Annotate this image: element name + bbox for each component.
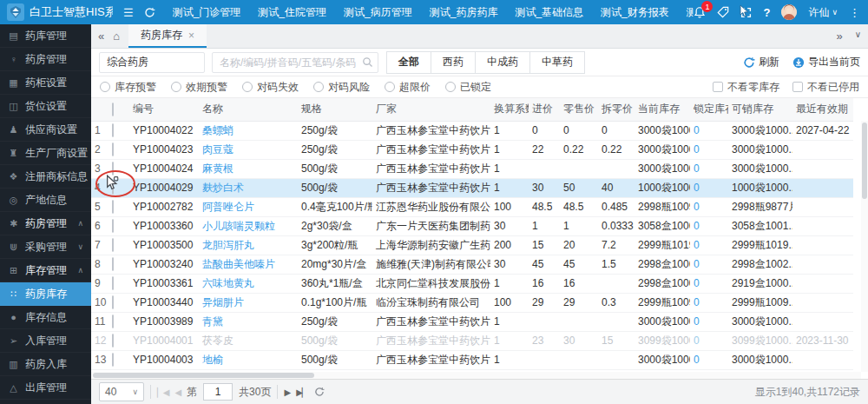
filter-checkbox[interactable]: 不看零库存 [713,80,779,95]
cell-name[interactable]: 麸炒白术 [199,178,298,197]
table-row[interactable]: 1YP10004022桑螵蛸250g/袋广西玉林参宝堂中药饮片有...10003… [91,121,853,140]
table-row[interactable]: 4YP10004029麸炒白术500g/袋广西玉林参宝堂中药饮片有...1305… [91,178,853,197]
topbar-module-tab[interactable]: 测试_基础信息 [515,5,583,20]
sidebar-item[interactable]: ⋓采购管理∨ [0,235,91,259]
column-header[interactable]: 进价 [529,98,560,121]
filter-radio[interactable]: 库存预警 [100,80,156,95]
table-row[interactable]: 5YP10002782阿普唑仑片0.4毫克100片/瓶江苏恩华药业股份有限公司1… [91,197,853,216]
column-header[interactable]: 可销库存 [728,98,792,121]
cell-locked-stock[interactable]: 0 [690,331,728,350]
row-checkbox[interactable] [112,162,114,176]
cell-name[interactable]: 青黛 [199,312,298,331]
row-checkbox[interactable] [112,295,114,309]
page-size-select[interactable]: 40 ∨ [99,382,144,401]
search-input[interactable] [212,52,378,73]
page-number-input[interactable] [203,383,233,401]
horizontal-scrollbar[interactable] [91,372,861,379]
row-checkbox[interactable] [112,219,114,233]
filter-radio[interactable]: 对码风险 [313,80,370,95]
select-all-checkbox[interactable] [112,103,114,116]
row-checkbox[interactable] [112,276,114,290]
cell-name[interactable]: 龙胆泻肝丸 [199,235,298,255]
cell-name[interactable]: 桑螵蛸 [199,121,298,140]
cell-name[interactable]: 六味地黄丸 [199,274,298,293]
row-checkbox[interactable] [112,181,114,195]
cell-name[interactable]: 地榆 [199,350,298,369]
cell-locked-stock[interactable]: 0 [690,197,728,216]
magnifier-icon[interactable] [362,56,373,70]
cell-locked-stock[interactable]: 0 [690,178,728,197]
cell-locked-stock[interactable]: 0 [690,121,728,140]
row-checkbox[interactable] [112,334,114,348]
page-last-button[interactable]: ▶▏ [296,387,307,397]
reload-icon[interactable] [314,387,325,397]
row-checkbox[interactable] [112,257,114,271]
sidebar-item[interactable]: ✱药房管理∧ [0,212,91,235]
table-row[interactable]: 10YP10003440异烟肼片0.1g*100片/瓶临汾宝珠制药有限公司100… [91,293,853,312]
sidebar-item[interactable]: ▥药房入库 [0,353,91,376]
export-page-button[interactable]: 导出当前页 [792,55,860,70]
pharmacy-select[interactable]: 综合药房 [99,52,205,73]
cell-locked-stock[interactable]: 0 [690,350,728,369]
chevrons-left-icon[interactable]: « [98,30,104,43]
column-header[interactable]: 编号 [129,98,199,121]
sidebar-item[interactable]: ▤药库管理 [0,24,91,48]
table-row[interactable]: 11YP10003989青黛250g/袋广西玉林参宝堂中药饮片有...13000… [91,312,853,331]
sidebar-item[interactable]: ∷药房库存 [0,282,91,306]
topbar-module-tab[interactable]: 测试_财务报表 [601,5,669,20]
cell-name[interactable]: 麻黄根 [199,159,298,178]
cell-name[interactable]: 盐酸曲美他嗪片 [199,255,298,274]
table-row[interactable]: 9YP10003361六味地黄丸360丸*1瓶/盒北京同仁堂科技发展股份有...… [91,274,853,293]
refresh-button[interactable]: 刷新 [743,55,779,70]
hamburger-icon[interactable]: ☰ [123,6,134,19]
sidebar-item[interactable]: ⊞库存管理∧ [0,259,91,282]
sidebar-item[interactable]: ◫货位设置 [0,95,91,118]
cell-name[interactable]: 异烟肼片 [199,293,298,312]
filter-radio[interactable]: 超限价 [385,80,431,95]
row-checkbox[interactable] [112,238,114,252]
help-icon[interactable]: ? [763,6,770,19]
cell-locked-stock[interactable]: 0 [690,293,728,312]
column-header[interactable]: 最近有效期 [792,98,853,121]
topbar-module-tab[interactable]: 测试_物资管理 [687,5,694,20]
cell-locked-stock[interactable]: 0 [690,140,728,159]
column-header[interactable]: 拆零价 [598,98,635,121]
cell-locked-stock[interactable]: 0 [690,274,728,293]
page-first-button[interactable]: ▏◀ [157,387,168,397]
category-button[interactable]: 中成药 [475,51,530,74]
table-row[interactable]: 12YP10004001茯苓皮500g/袋广西玉林参宝堂中药饮片有...1233… [91,331,853,350]
home-icon[interactable]: ⌂ [113,30,120,43]
tag-icon[interactable] [717,6,729,18]
row-checkbox[interactable] [112,142,114,156]
cell-locked-stock[interactable]: 0 [690,159,728,178]
topbar-module-tab[interactable]: 测试_住院管理 [258,5,326,20]
cell-name[interactable]: 肉豆蔻 [199,140,298,159]
page-next-button[interactable]: ▶ [284,387,290,397]
vertical-scrollbar-thumb[interactable] [862,123,867,199]
sidebar-item[interactable]: ●库存信息 [0,306,91,329]
sidebar-item[interactable]: ♟供应商设置 [0,118,91,142]
category-button[interactable]: 中草药 [529,51,585,74]
close-icon[interactable]: × [188,30,194,42]
sidebar-item[interactable]: ♀药房管理 [0,48,91,71]
table-row[interactable]: 8YP10003240盐酸曲美他嗪片20mg*30片/盒施维雅(天津)制药有限公… [91,255,853,274]
sidebar-item[interactable]: ♜生产厂商设置 [0,142,91,165]
column-header[interactable]: 厂家 [372,98,490,121]
chevron-down-icon[interactable]: ∨ [855,30,861,43]
table-row[interactable]: 7YP10003500龙胆泻肝丸3g*200粒/瓶上海华源制药安徽广生药业...… [91,235,853,255]
row-checkbox[interactable] [112,123,114,137]
sidebar-item[interactable]: ❖注册商标信息 [0,165,91,189]
tab-pharmacy-stock[interactable]: 药房库存 × [128,24,207,48]
topbar-module-tab[interactable]: 测试_病历管理 [344,5,412,20]
column-header[interactable]: 规格 [298,98,372,121]
sidebar-item[interactable]: ▦药柜设置 [0,71,91,95]
cell-locked-stock[interactable]: 0 [690,216,728,235]
filter-radio[interactable]: 效期预警 [171,80,227,95]
cell-name[interactable]: 茯苓皮 [199,331,298,350]
vertical-dots-icon[interactable]: ⋮ [849,6,861,19]
row-checkbox[interactable] [112,200,114,214]
filter-checkbox[interactable]: 不看已停用 [792,80,859,95]
sidebar-item[interactable]: △出库管理 [0,376,91,400]
category-button[interactable]: 全部 [386,51,431,74]
vertical-scrollbar[interactable] [861,121,868,372]
